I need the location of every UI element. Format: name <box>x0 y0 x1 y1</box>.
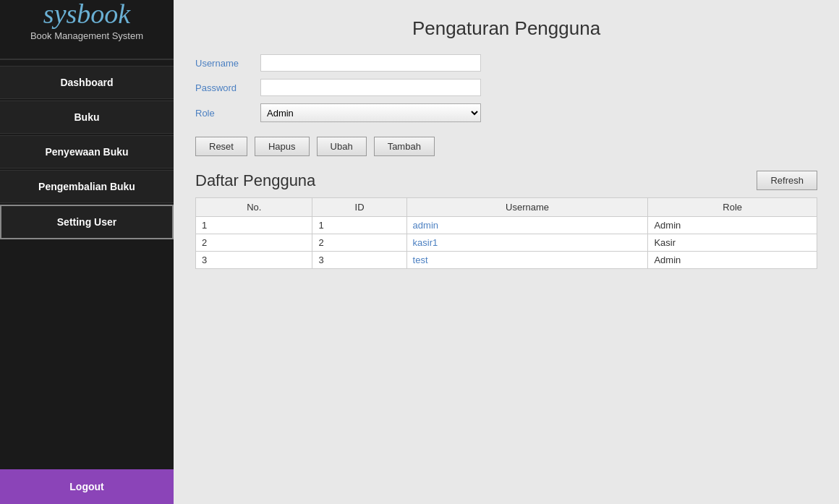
table-row[interactable]: 11adminAdmin <box>196 217 817 234</box>
cell-no: 3 <box>196 252 312 269</box>
table-header-row: Daftar Pengguna Refresh <box>195 171 817 190</box>
col-id: ID <box>312 198 406 217</box>
sidebar-item-pengembalian-buku[interactable]: Pengembalian Buku <box>0 170 174 203</box>
username-row: Username <box>195 54 817 72</box>
sidebar-nav: Dashboard Buku Penyewaan Buku Pengembali… <box>0 66 174 241</box>
sidebar-item-dashboard[interactable]: Dashboard <box>0 66 174 99</box>
col-no: No. <box>196 198 312 217</box>
page-title: Pengaturan Pengguna <box>195 17 817 40</box>
sidebar: sysbook Book Management System Dashboard… <box>0 0 174 504</box>
cell-no: 2 <box>196 234 312 252</box>
tambah-button[interactable]: Tambah <box>374 137 435 156</box>
cell-username[interactable]: test <box>406 252 648 269</box>
role-label: Role <box>195 108 260 119</box>
cell-role: Kasir <box>648 234 817 252</box>
sidebar-item-penyewaan-buku[interactable]: Penyewaan Buku <box>0 135 174 168</box>
table-row[interactable]: 22kasir1Kasir <box>196 234 817 252</box>
form-buttons: Reset Hapus Ubah Tambah <box>195 137 817 156</box>
sidebar-divider <box>0 59 174 60</box>
username-label: Username <box>195 58 260 69</box>
cell-role: Admin <box>648 217 817 234</box>
password-input[interactable] <box>260 79 481 96</box>
reset-button[interactable]: Reset <box>195 137 247 156</box>
password-label: Password <box>195 82 260 93</box>
sidebar-logo: sysbook Book Management System <box>0 0 174 41</box>
table-section-title: Daftar Pengguna <box>195 171 315 190</box>
logo-subtitle: Book Management System <box>0 30 174 41</box>
cell-id: 2 <box>312 234 406 252</box>
cell-id: 1 <box>312 217 406 234</box>
password-row: Password <box>195 79 817 96</box>
sidebar-item-buku[interactable]: Buku <box>0 101 174 134</box>
cell-username[interactable]: admin <box>406 217 648 234</box>
users-table: No. ID Username Role 11adminAdmin22kasir… <box>195 197 817 269</box>
logout-button[interactable]: Logout <box>0 469 174 504</box>
col-role: Role <box>648 198 817 217</box>
sidebar-item-setting-user[interactable]: Setting User <box>0 205 174 239</box>
main-content: Pengaturan Pengguna Username Password Ro… <box>174 0 839 504</box>
role-row: Role Admin Kasir <box>195 103 817 122</box>
cell-username[interactable]: kasir1 <box>406 234 648 252</box>
cell-no: 1 <box>196 217 312 234</box>
username-input[interactable] <box>260 54 481 72</box>
role-select[interactable]: Admin Kasir <box>260 103 481 122</box>
ubah-button[interactable]: Ubah <box>317 137 367 156</box>
col-username: Username <box>406 198 648 217</box>
cell-role: Admin <box>648 252 817 269</box>
refresh-button[interactable]: Refresh <box>757 171 817 190</box>
table-row[interactable]: 33testAdmin <box>196 252 817 269</box>
logo-text: sysbook <box>0 0 174 27</box>
user-form: Username Password Role Admin Kasir <box>195 54 817 122</box>
cell-id: 3 <box>312 252 406 269</box>
hapus-button[interactable]: Hapus <box>255 137 310 156</box>
